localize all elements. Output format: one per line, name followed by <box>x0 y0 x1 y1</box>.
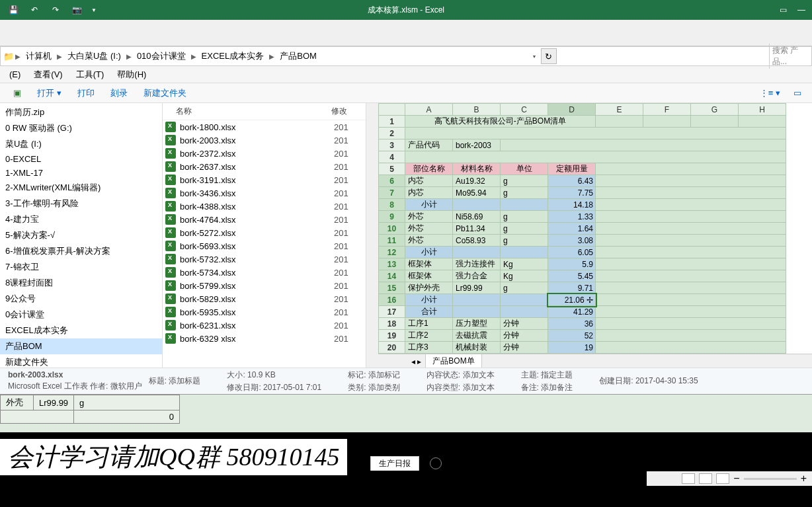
details-note[interactable]: 添加备注 <box>541 383 573 392</box>
excel-file-icon <box>165 214 176 225</box>
zoom-slider[interactable] <box>744 478 797 480</box>
tree-item[interactable]: 作简历.zip <box>0 104 162 120</box>
breadcrumb-item[interactable]: 产品BOM <box>276 51 321 61</box>
file-item[interactable]: bork-2372.xlsx201 <box>163 147 366 160</box>
tree-item[interactable]: 菜U盘 (I:) <box>0 136 162 152</box>
file-item[interactable]: bork-4388.xlsx201 <box>163 200 366 213</box>
bg-cell-b[interactable]: Lr99.99 <box>34 395 74 410</box>
background-sheet[interactable]: 外壳Lr99.99g 0 <box>0 394 812 432</box>
tree-item[interactable]: 3-工作-螺明-有风险 <box>0 196 162 212</box>
file-item[interactable]: bork-5799.xlsx201 <box>163 279 366 292</box>
excel-file-icon <box>165 333 176 344</box>
breadcrumb-item[interactable]: 大白菜U盘 (I:) <box>63 51 125 61</box>
menu-edit[interactable]: (E) <box>3 69 27 79</box>
col-modified[interactable]: 修改 <box>331 106 363 117</box>
ribbon <box>0 20 812 46</box>
tree-item[interactable]: 0-EXCEL <box>0 152 162 166</box>
tree-item[interactable]: 9公众号 <box>0 291 162 307</box>
details-status[interactable]: 添加文本 <box>463 370 495 379</box>
details-title[interactable]: 添加标题 <box>169 376 200 385</box>
file-list-header[interactable]: 名称 修改 <box>163 103 366 120</box>
excel-file-icon <box>165 293 176 304</box>
workbook-tabs[interactable]: 生产日报 + <box>370 455 442 471</box>
file-list[interactable]: 名称 修改 bork-1800.xlsx201bork-2003.xlsx201… <box>163 103 366 368</box>
bg-cell-zero[interactable]: 0 <box>74 410 180 424</box>
preview-sheet-tabs[interactable]: ◂ ▸ 产品BOM单 <box>378 354 812 368</box>
page-layout-view-icon[interactable] <box>699 473 712 484</box>
toolbar-open[interactable]: 打开 ▾ <box>29 87 69 99</box>
page-break-view-icon[interactable] <box>716 473 729 484</box>
details-tag[interactable]: 添加标记 <box>368 370 400 379</box>
normal-view-icon[interactable] <box>682 473 695 484</box>
refresh-button[interactable]: ↻ <box>541 48 557 64</box>
tree-item[interactable]: 2-XMLwriter(XML编辑器) <box>0 180 162 196</box>
toolbar-newfolder[interactable]: 新建文件夹 <box>136 87 194 99</box>
excel-file-icon <box>165 320 176 331</box>
breadcrumb-dropdown-icon[interactable]: ▾ <box>532 54 540 59</box>
zoom-in-icon[interactable]: + <box>801 473 807 485</box>
toolbar-print[interactable]: 打印 <box>69 87 102 99</box>
breadcrumb-item[interactable]: 010会计课堂 <box>133 51 190 61</box>
ribbon-options-icon[interactable]: ▭ <box>775 2 791 18</box>
excel-file-icon <box>165 254 176 264</box>
undo-icon[interactable]: ↶ <box>26 2 42 18</box>
add-sheet-button[interactable]: + <box>430 457 442 469</box>
tree-item[interactable]: 8课程封面图 <box>0 275 162 291</box>
tree-item[interactable]: EXCEL成本实务 <box>0 323 162 338</box>
details-ctype[interactable]: 添加文本 <box>463 383 495 392</box>
file-item[interactable]: bork-3436.xlsx201 <box>163 186 366 200</box>
tree-item[interactable]: 4-建力宝 <box>0 212 162 227</box>
details-subject[interactable]: 指定主题 <box>541 370 573 379</box>
toolbar-burn[interactable]: 刻录 <box>102 87 136 99</box>
menu-help[interactable]: 帮助(H) <box>110 69 153 81</box>
excel-file-icon <box>165 201 176 212</box>
sheet-preview[interactable]: ABCDEFGH1高飞航天科技有限公司-产品BOM清单23产品代码bork-20… <box>378 103 812 368</box>
file-item[interactable]: bork-6329 xlsx201 <box>163 332 366 345</box>
folder-tree[interactable]: 作简历.zip0 RW 驱动器 (G:)菜U盘 (I:)0-EXCEL1-XML… <box>0 103 163 368</box>
excel-file-icon <box>165 161 176 172</box>
tree-item[interactable]: 产品BOM <box>0 338 162 354</box>
file-item[interactable]: bork-2637.xlsx201 <box>163 160 366 173</box>
bg-cell-a[interactable]: 外壳 <box>1 395 34 410</box>
tree-item[interactable]: 新建文件夹 <box>0 354 162 368</box>
workbook-tab[interactable]: 生产日报 <box>370 456 419 471</box>
excel-file-icon <box>165 188 176 198</box>
preview-sheet-tab[interactable]: 产品BOM单 <box>425 354 481 368</box>
tree-item[interactable]: 0 RW 驱动器 (G:) <box>0 120 162 136</box>
bg-cell-c[interactable]: g <box>74 395 180 410</box>
camera-icon[interactable]: 📷 <box>69 2 85 18</box>
tree-item[interactable]: 7-锦衣卫 <box>0 259 162 275</box>
excel-file-icon <box>165 280 176 291</box>
preview-pane-icon[interactable]: ▭ <box>788 88 807 98</box>
save-icon[interactable]: 💾 <box>5 2 21 18</box>
breadcrumb[interactable]: 📁 ▶计算机▶大白菜U盘 (I:)▶010会计课堂▶EXCEL成本实务▶产品BO… <box>0 46 812 66</box>
excel-file-icon <box>165 175 176 185</box>
menu-view[interactable]: 查看(V) <box>27 69 69 81</box>
zoom-out-icon[interactable]: − <box>733 473 739 485</box>
redo-icon[interactable]: ↷ <box>48 2 63 18</box>
tree-item[interactable]: 6-增值税发票开具-解决方案 <box>0 243 162 259</box>
search-input[interactable]: 搜索 产品... <box>769 44 809 69</box>
file-item[interactable]: bork-5935.xlsx201 <box>163 305 366 319</box>
breadcrumb-item[interactable]: EXCEL成本实务 <box>198 51 268 61</box>
minimize-icon[interactable]: — <box>793 2 809 18</box>
file-item[interactable]: bork-4764.xlsx201 <box>163 213 366 226</box>
file-item[interactable]: bork-1800.xlsx201 <box>163 120 366 134</box>
file-item[interactable]: bork-5829.xlsx201 <box>163 292 366 305</box>
col-name[interactable]: 名称 <box>165 106 331 117</box>
file-item[interactable]: bork-2003.xlsx201 <box>163 134 366 147</box>
file-item[interactable]: bork-3191.xlsx201 <box>163 173 366 186</box>
file-item[interactable]: bork-6231.xlsx201 <box>163 319 366 332</box>
file-item[interactable]: bork-5734.xlsx201 <box>163 266 366 279</box>
file-item[interactable]: bork-5693.xlsx201 <box>163 239 366 253</box>
qat-dropdown-icon[interactable]: ▼ <box>90 7 97 13</box>
breadcrumb-item[interactable]: 计算机 <box>22 51 56 61</box>
tree-item[interactable]: 5-解决方案-√ <box>0 227 162 243</box>
menu-tools[interactable]: 工具(T) <box>69 69 111 81</box>
tree-item[interactable]: 1-XML-17 <box>0 166 162 180</box>
file-item[interactable]: bork-5272.xlsx201 <box>163 226 366 239</box>
tree-item[interactable]: 0会计课堂 <box>0 307 162 323</box>
file-item[interactable]: bork-5732.xlsx201 <box>163 253 366 266</box>
details-category[interactable]: 添加类别 <box>368 383 400 392</box>
view-options-icon[interactable]: ⋮≡ ▾ <box>752 88 788 98</box>
